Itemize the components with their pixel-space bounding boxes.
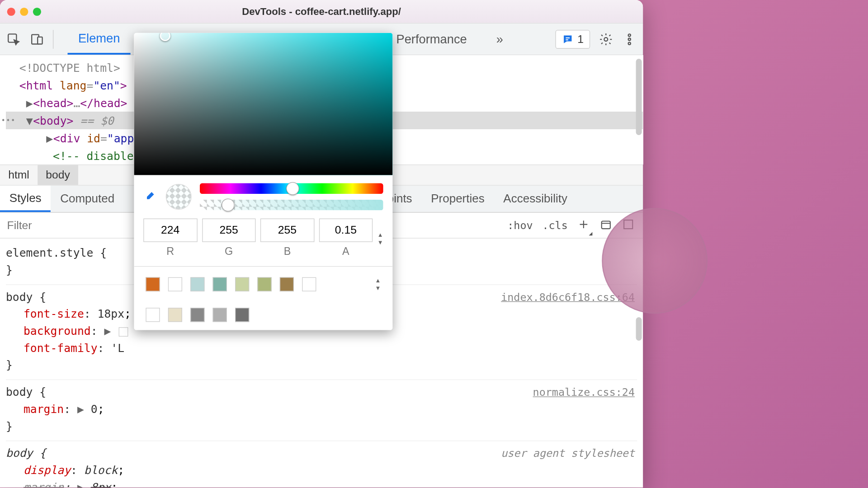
close-button[interactable] bbox=[7, 7, 15, 15]
hue-thumb[interactable] bbox=[286, 182, 299, 195]
palette-swatch[interactable] bbox=[235, 277, 249, 291]
palette-swatch[interactable] bbox=[257, 277, 271, 291]
a-input[interactable] bbox=[319, 219, 373, 242]
hov-toggle[interactable]: :hov bbox=[507, 219, 533, 231]
subtab-computed[interactable]: Computed bbox=[51, 186, 124, 212]
tabs-overflow[interactable]: » bbox=[486, 23, 514, 55]
palette-swatch[interactable] bbox=[213, 277, 227, 291]
alpha-thumb[interactable] bbox=[222, 198, 235, 211]
traffic-lights bbox=[7, 7, 41, 15]
palette-swatch[interactable] bbox=[190, 308, 204, 322]
cls-toggle[interactable]: .cls bbox=[542, 219, 567, 231]
divider bbox=[53, 30, 53, 49]
device-toolbar-icon[interactable] bbox=[29, 32, 45, 47]
main-tabs: Elemen bbox=[68, 23, 131, 55]
r-label: R bbox=[143, 245, 197, 258]
g-label: G bbox=[202, 245, 256, 258]
subtab-properties[interactable]: Properties bbox=[421, 186, 494, 212]
devtools-window: DevTools - coffee-cart.netlify.app/ Elem… bbox=[0, 0, 643, 488]
b-input[interactable] bbox=[260, 219, 314, 242]
minimize-button[interactable] bbox=[20, 7, 28, 15]
saturation-brightness-field[interactable] bbox=[134, 33, 392, 175]
window-title: DevTools - coffee-cart.netlify.app/ bbox=[242, 5, 401, 17]
crumb-html[interactable]: html bbox=[0, 165, 38, 185]
palette-toggle[interactable]: ▲▼ bbox=[375, 277, 381, 291]
tab-elements[interactable]: Elemen bbox=[68, 23, 131, 55]
crumb-body[interactable]: body bbox=[38, 165, 78, 185]
svg-point-8 bbox=[628, 42, 631, 44]
new-rule-button[interactable] bbox=[577, 218, 590, 233]
gear-icon[interactable] bbox=[598, 32, 613, 47]
scrollbar[interactable] bbox=[636, 317, 642, 341]
scrollbar[interactable] bbox=[636, 59, 642, 135]
issues-count: 1 bbox=[577, 33, 584, 46]
divider bbox=[134, 266, 392, 267]
subtab-styles[interactable]: Styles bbox=[0, 186, 51, 212]
svg-rect-3 bbox=[566, 37, 570, 38]
palette-swatch[interactable] bbox=[235, 308, 249, 322]
titlebar: DevTools - coffee-cart.netlify.app/ bbox=[0, 0, 643, 23]
g-input[interactable] bbox=[202, 219, 256, 242]
palette-swatch[interactable] bbox=[168, 308, 182, 322]
r-input[interactable] bbox=[143, 219, 197, 242]
svg-rect-9 bbox=[602, 221, 610, 229]
a-label: A bbox=[319, 245, 373, 258]
rule-body-2[interactable]: normalize.css:24 body { margin: ▶ 0; } bbox=[6, 380, 637, 441]
svg-point-7 bbox=[628, 38, 631, 40]
rule-body-ua[interactable]: user agent stylesheet body { display: bl… bbox=[6, 441, 637, 488]
svg-point-5 bbox=[604, 38, 608, 41]
svg-rect-4 bbox=[566, 39, 568, 40]
eyedropper-icon[interactable] bbox=[143, 188, 157, 205]
alpha-slider[interactable] bbox=[200, 200, 383, 210]
tab-performance[interactable]: Performance bbox=[386, 23, 477, 55]
rule-source-ua: user agent stylesheet bbox=[501, 445, 635, 462]
palette-swatch[interactable] bbox=[168, 277, 182, 291]
subtab-accessibility[interactable]: Accessibility bbox=[494, 186, 577, 212]
palette-swatches: ▲▼ bbox=[134, 269, 392, 330]
hue-slider[interactable] bbox=[200, 183, 383, 194]
issues-badge[interactable]: 1 bbox=[556, 30, 590, 49]
computed-panel-icon[interactable] bbox=[599, 218, 613, 233]
inspect-element-icon[interactable] bbox=[6, 32, 21, 47]
chat-icon bbox=[562, 33, 574, 45]
palette-swatch[interactable] bbox=[302, 277, 316, 291]
format-toggle[interactable]: ▲▼ bbox=[377, 231, 383, 245]
palette-swatch[interactable] bbox=[146, 277, 160, 291]
svg-rect-2 bbox=[38, 37, 42, 44]
color-cursor[interactable] bbox=[160, 33, 170, 41]
kebab-menu-icon[interactable] bbox=[622, 32, 637, 47]
color-picker: R G B A ▲▼ ▲▼ bbox=[134, 33, 392, 330]
screen-magnifier bbox=[602, 208, 708, 314]
color-preview-swatch bbox=[166, 184, 192, 210]
rule-source-link[interactable]: normalize.css:24 bbox=[533, 384, 635, 401]
svg-point-6 bbox=[628, 34, 631, 36]
palette-swatch[interactable] bbox=[146, 308, 160, 322]
palette-swatch[interactable] bbox=[190, 277, 204, 291]
palette-swatch[interactable] bbox=[280, 277, 294, 291]
palette-swatch[interactable] bbox=[213, 308, 227, 322]
b-label: B bbox=[260, 245, 314, 258]
maximize-button[interactable] bbox=[33, 7, 41, 15]
